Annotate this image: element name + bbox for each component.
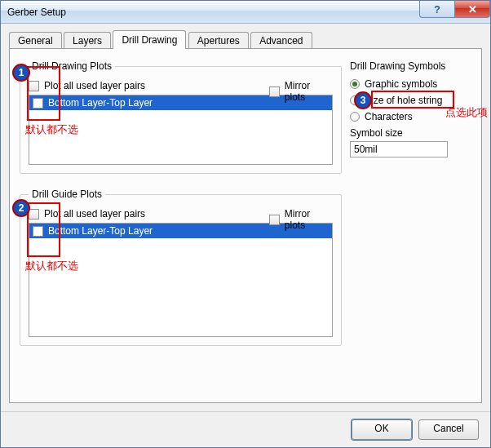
annotation-badge-3: 3 [354, 91, 372, 109]
mirror-plots-checkbox-2[interactable] [269, 215, 280, 225]
tab-general[interactable]: General [9, 32, 62, 50]
window-control-buttons: ? ✕ [420, 1, 490, 18]
drill-drawing-symbols-legend: Drill Drawing Symbols [350, 60, 471, 72]
annotation-note-default-2: 默认都不选 [25, 259, 78, 273]
tab-strip: General Layers Drill Drawing Apertures A… [9, 30, 482, 48]
dialog-body: General Layers Drill Drawing Apertures A… [1, 24, 490, 411]
drill-guide-plots-legend: Drill Guide Plots [29, 189, 105, 200]
title-bar: Gerber Setup ? ✕ [1, 1, 490, 24]
annotation-badge-2: 2 [12, 199, 30, 217]
plot-all-layer-pairs-checkbox-2[interactable] [29, 209, 39, 220]
ok-button[interactable]: OK [352, 419, 412, 440]
tab-apertures[interactable]: Apertures [188, 32, 249, 50]
symbol-size-label: Symbol size [350, 127, 471, 139]
tab-drill-drawing[interactable]: Drill Drawing [113, 30, 186, 49]
dialog-window: Gerber Setup ? ✕ General Layers Drill Dr… [0, 0, 491, 448]
dialog-footer: OK Cancel [1, 411, 490, 447]
mirror-plots-checkbox-1[interactable] [269, 86, 280, 97]
annotation-note-click: 点选此项 [445, 105, 488, 120]
layer-pair-label-1: Bottom Layer-Top Layer [48, 97, 153, 109]
drill-drawing-plots-group: Drill Drawing Plots Plot all used layer … [20, 60, 342, 174]
radio-characters-label: Characters [365, 111, 413, 122]
plot-all-layer-pairs-label-2: Plot all used layer pairs [44, 208, 145, 220]
help-button[interactable]: ? [419, 1, 455, 18]
layer-pair-checkbox-1[interactable] [33, 98, 43, 109]
plot-all-layer-pairs-checkbox-1[interactable] [29, 81, 39, 91]
radio-characters[interactable] [350, 112, 360, 122]
drill-drawing-plots-legend: Drill Drawing Plots [29, 60, 115, 72]
close-button[interactable]: ✕ [454, 1, 490, 18]
radio-graphic-symbols-label: Graphic symbols [365, 78, 437, 90]
tab-panel-drill-drawing: Drill Drawing Plots Plot all used layer … [9, 48, 482, 403]
mirror-plots-label-1: Mirror plots [285, 80, 333, 103]
tab-layers[interactable]: Layers [64, 32, 111, 50]
mirror-plots-label-2: Mirror plots [285, 208, 333, 231]
annotation-note-default-1: 默认都不选 [25, 122, 78, 137]
annotation-badge-1: 1 [12, 64, 30, 82]
drill-drawing-row: Drill Drawing Plots Plot all used layer … [20, 60, 471, 174]
radio-graphic-symbols[interactable] [350, 79, 360, 89]
tab-advanced[interactable]: Advanced [250, 32, 312, 50]
layer-pair-label-2: Bottom Layer-Top Layer [48, 225, 153, 237]
window-title: Gerber Setup [7, 7, 66, 18]
plot-all-layer-pairs-label-1: Plot all used layer pairs [44, 80, 145, 91]
drill-guide-layer-list[interactable]: Bottom Layer-Top Layer [29, 223, 333, 337]
cancel-button[interactable]: Cancel [418, 419, 479, 440]
layer-pair-checkbox-2[interactable] [33, 226, 43, 237]
client-area: General Layers Drill Drawing Apertures A… [1, 24, 490, 447]
radio-hole-string-label: Size of hole string [365, 95, 442, 106]
symbol-size-input[interactable] [350, 141, 448, 157]
